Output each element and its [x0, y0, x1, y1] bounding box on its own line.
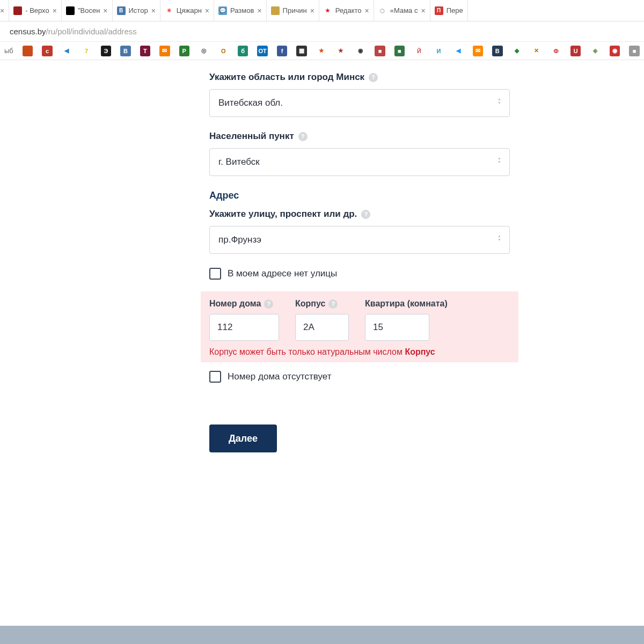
help-icon[interactable]	[298, 132, 308, 141]
help-icon[interactable]	[328, 299, 338, 309]
favicon-icon: П	[435, 6, 443, 15]
bookmark-icon[interactable]: б	[238, 46, 248, 56]
bookmark-icon[interactable]: Т	[140, 46, 150, 56]
tab-title: "Восен	[78, 6, 100, 14]
url-path: /ru/poll/individual/address	[46, 27, 137, 36]
house-field: Номер дома	[209, 299, 279, 341]
bookmark-icon[interactable]: P	[179, 46, 189, 56]
bookmark-icon[interactable]: ◀	[453, 46, 463, 56]
tab[interactable]: 💬 Размов ×	[214, 0, 267, 21]
close-icon[interactable]: ×	[53, 6, 57, 15]
label-text: Населенный пункт	[209, 131, 294, 142]
close-icon[interactable]: ×	[257, 6, 261, 15]
favicon-icon	[66, 6, 75, 15]
tab-title: Истор	[129, 6, 148, 14]
korpus-input[interactable]	[295, 314, 349, 341]
tab[interactable]: "Восен ×	[62, 0, 113, 21]
checkbox[interactable]	[209, 371, 221, 383]
bookmark-icon[interactable]: ◉	[610, 46, 620, 56]
bookmark-item[interactable]: ыб	[4, 47, 13, 55]
bookmark-icon[interactable]: U	[570, 46, 581, 56]
bookmark-icon[interactable]: Э	[101, 46, 111, 56]
error-block: Номер дома Корпус Квартира (комната)	[201, 291, 518, 362]
bookmark-icon[interactable]: ■	[394, 46, 405, 56]
tab[interactable]: - Верхо ×	[9, 0, 62, 21]
close-icon[interactable]: ×	[205, 6, 209, 15]
bookmark-icon[interactable]: ◉	[355, 46, 365, 56]
tab-title: «Мама с	[390, 6, 418, 14]
bookmark-icon[interactable]: ✕	[531, 46, 541, 56]
bookmark-icon[interactable]: И	[434, 46, 444, 56]
checkbox[interactable]	[209, 268, 221, 280]
street-select[interactable]: пр.Фрунзэ ˄˅	[209, 226, 510, 254]
tab-title: - Верхо	[25, 6, 49, 14]
url-host: census.by	[10, 27, 46, 36]
form-content: Укажите область или город Минск Витебска…	[0, 60, 644, 452]
house-input[interactable]	[209, 314, 279, 341]
favicon-icon: ★	[324, 6, 332, 15]
apartment-input[interactable]	[365, 314, 429, 341]
bookmark-icon[interactable]: с	[42, 46, 52, 56]
tab[interactable]: ✳ Цяжарн ×	[160, 0, 214, 21]
region-label: Укажите область или город Минск	[209, 72, 510, 83]
locality-select[interactable]: г. Витебск ˄˅	[209, 148, 510, 176]
favicon-icon	[271, 6, 280, 15]
bookmark-icon[interactable]: B	[492, 46, 502, 56]
chevron-updown-icon: ˄˅	[498, 159, 501, 165]
bookmark-icon[interactable]: ■	[629, 46, 639, 56]
close-icon[interactable]: ×	[365, 6, 369, 15]
bookmark-icon[interactable]: О	[218, 46, 228, 56]
tab[interactable]: ◌ «Мама с ×	[374, 0, 430, 21]
bookmark-icon[interactable]: ◈	[590, 46, 600, 56]
checkbox-label: Номер дома отсутствует	[228, 371, 332, 382]
close-icon[interactable]: ×	[151, 6, 156, 15]
chevron-updown-icon: ˄˅	[498, 237, 501, 243]
house-label: Номер дома	[209, 299, 279, 309]
bookmark-icon[interactable]: Ф	[551, 46, 561, 56]
close-icon[interactable]: ×	[103, 6, 107, 15]
label-text: Корпус	[295, 299, 325, 309]
bookmark-icon[interactable]: ✉	[159, 46, 170, 56]
bookmark-icon[interactable]: ◀	[62, 46, 72, 56]
help-icon[interactable]	[264, 299, 273, 309]
region-select[interactable]: Витебская обл. ˄˅	[209, 89, 510, 117]
locality-label: Населенный пункт	[209, 131, 510, 142]
bookmark-icon[interactable]: ■	[375, 46, 385, 56]
bookmark-icon[interactable]: ★	[335, 46, 346, 56]
favicon-icon: ◌	[378, 6, 387, 15]
no-street-checkbox-row[interactable]: В моем адресе нет улицы	[209, 268, 510, 280]
bookmark-icon[interactable]: ▦	[296, 46, 306, 56]
bookmark-icon[interactable]	[23, 46, 33, 56]
select-value: Витебская обл.	[218, 98, 283, 108]
korpus-field: Корпус	[295, 299, 349, 341]
bookmark-icon[interactable]: ◎	[199, 46, 209, 56]
favicon-icon: В	[117, 6, 126, 15]
korpus-label: Корпус	[295, 299, 349, 309]
close-icon[interactable]: ×	[0, 6, 4, 15]
tab-active[interactable]: П Пере	[430, 0, 468, 21]
close-icon[interactable]: ×	[310, 6, 314, 15]
tab[interactable]: В Истор ×	[113, 0, 160, 21]
bookmark-icon[interactable]: 7	[81, 46, 91, 56]
favicon-icon: 💬	[218, 6, 227, 15]
tab[interactable]: ×	[0, 0, 9, 21]
label-text: Укажите область или город Минск	[209, 72, 364, 83]
bookmark-icon[interactable]: ✉	[473, 46, 483, 56]
help-icon[interactable]	[361, 210, 370, 219]
url-bar[interactable]: census.by/ru/poll/individual/address	[0, 21, 644, 42]
bookmark-icon[interactable]: Й	[414, 46, 424, 56]
tab[interactable]: Причин ×	[267, 0, 319, 21]
label-text: Укажите улицу, проспект или др.	[209, 209, 357, 219]
tab[interactable]: ★ Редакто ×	[319, 0, 374, 21]
no-house-checkbox-row[interactable]: Номер дома отсутствует	[209, 371, 510, 383]
bookmark-icon[interactable]: ОТ	[257, 46, 267, 56]
bookmark-icon[interactable]: f	[277, 46, 287, 56]
next-button[interactable]: Далее	[209, 425, 277, 452]
bookmark-icon[interactable]: В	[120, 46, 130, 56]
tab-title: Размов	[230, 6, 254, 14]
bookmark-icon[interactable]: ◆	[512, 46, 522, 56]
bookmark-icon[interactable]: ★	[316, 46, 326, 56]
close-icon[interactable]: ×	[421, 6, 425, 15]
help-icon[interactable]	[369, 73, 378, 82]
browser-tab-strip: × - Верхо × "Восен × В Истор × ✳ Цяжарн …	[0, 0, 644, 21]
